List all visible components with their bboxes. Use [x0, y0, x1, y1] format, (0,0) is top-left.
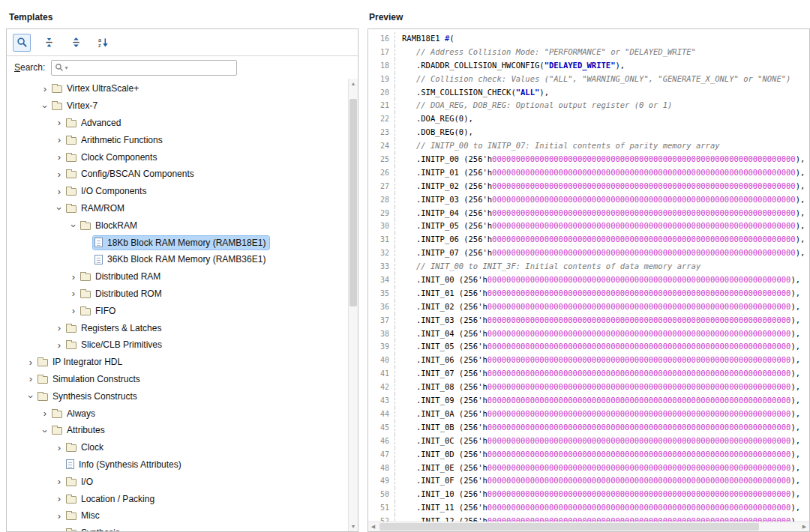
- expand-arrow-icon[interactable]: [54, 477, 64, 486]
- expand-arrow-icon[interactable]: [40, 408, 50, 418]
- preview-hscrollbar[interactable]: ◀ ▶: [368, 522, 809, 531]
- tree-item-virtex-ultrascale[interactable]: Virtex UltraScale+: [7, 80, 348, 97]
- tree-item-content[interactable]: Config/BSCAN Components: [64, 167, 198, 181]
- expand-arrow-icon[interactable]: [54, 443, 64, 453]
- search-input[interactable]: [68, 61, 236, 74]
- collapse-arrow-icon[interactable]: [54, 528, 64, 531]
- tree-item-attributes[interactable]: Attributes: [7, 422, 348, 439]
- tree-item-info-synthesis-attributes[interactable]: Info (Synthesis Attributes): [7, 456, 348, 474]
- tree-item-content[interactable]: Virtex-7: [50, 99, 101, 112]
- collapse-arrow-icon[interactable]: [40, 426, 50, 435]
- tree-item-slice-clb-primitives[interactable]: Slice/CLB Primitives: [7, 336, 348, 354]
- tree-item-content[interactable]: I/O: [64, 475, 97, 489]
- expand-arrow-icon[interactable]: [54, 118, 64, 127]
- collapse-arrow-icon[interactable]: [68, 220, 79, 230]
- tree-item-i-o[interactable]: I/O: [7, 473, 348, 490]
- tree-item-content[interactable]: Registers & Latches: [64, 321, 165, 335]
- tree-item-simulation-constructs[interactable]: Simulation Constructs: [7, 371, 348, 388]
- tree-item-content[interactable]: Advanced: [64, 116, 124, 130]
- tree-item-clock[interactable]: Clock: [7, 439, 348, 456]
- tree-item-fifo[interactable]: FIFO: [7, 302, 348, 319]
- expand-arrow-icon[interactable]: [54, 169, 64, 179]
- tree-item-content[interactable]: Misc: [64, 509, 104, 522]
- tree-item-content[interactable]: Clock: [64, 441, 107, 454]
- scroll-up-button[interactable]: ▲: [349, 79, 358, 88]
- expand-all-button[interactable]: [67, 34, 85, 52]
- tree-item-synthesis-constructs[interactable]: Synthesis Constructs: [7, 387, 348, 405]
- tree-item-always[interactable]: Always: [7, 405, 348, 422]
- scroll-track[interactable]: [349, 88, 358, 522]
- tree-item-content[interactable]: Distributed RAM: [79, 270, 164, 283]
- tree-item-arithmetic-functions[interactable]: Arithmetic Functions: [7, 131, 348, 148]
- tree-item-ram-rom[interactable]: RAM/ROM: [7, 200, 348, 217]
- tree-item-36kb-block-ram-memory-ramb36e1[interactable]: 36Kb Block RAM Memory (RAMB36E1): [7, 251, 348, 268]
- expand-arrow-icon[interactable]: [68, 288, 79, 298]
- tree-item-distributed-ram[interactable]: Distributed RAM: [7, 268, 348, 285]
- tree-item-synthesis[interactable]: Synthesis: [7, 525, 348, 531]
- tree-item-i-o-components[interactable]: I/O Components: [7, 183, 348, 200]
- expand-arrow-icon[interactable]: [26, 357, 36, 367]
- tree-item-label: Virtex UltraScale+: [67, 83, 139, 94]
- tree-item-blockram[interactable]: BlockRAM: [7, 217, 348, 234]
- tree-item-content[interactable]: Synthesis: [64, 526, 124, 531]
- tree-item-content[interactable]: FIFO: [79, 304, 119, 318]
- search-toggle-button[interactable]: [13, 34, 31, 52]
- tree-item-content[interactable]: Attributes: [50, 423, 109, 437]
- expand-arrow-icon[interactable]: [68, 306, 79, 315]
- tree-item-content[interactable]: 36Kb Block RAM Memory (RAMB36E1): [93, 253, 269, 266]
- tree-item-misc[interactable]: Misc: [7, 507, 348, 525]
- tree-item-18kb-block-ram-memory-ramb18e1[interactable]: 18Kb Block RAM Memory (RAMB18E1): [7, 234, 348, 251]
- collapse-arrow-icon[interactable]: [40, 101, 50, 111]
- tree-item-virtex-7[interactable]: Virtex-7: [7, 97, 348, 115]
- tree-item-content[interactable]: I/O Components: [64, 184, 150, 198]
- tree-item-selection[interactable]: 18Kb Block RAM Memory (RAMB18E1): [93, 236, 269, 250]
- search-field[interactable]: ▾: [51, 60, 237, 76]
- expand-arrow-icon[interactable]: [26, 374, 36, 384]
- scroll-thumb[interactable]: [350, 99, 357, 306]
- expand-arrow-icon[interactable]: [68, 272, 79, 282]
- code-text: .INITP_00 (256'h000000000000000000000000…: [402, 153, 805, 166]
- tree-item-ip-integrator-hdl[interactable]: IP Integrator HDL: [7, 354, 348, 371]
- folder-icon: [66, 325, 76, 333]
- tree-item-clock-components[interactable]: Clock Components: [7, 148, 348, 166]
- tree-item-distributed-rom[interactable]: Distributed ROM: [7, 285, 348, 303]
- tree-item-content[interactable]: Location / Packing: [64, 492, 158, 506]
- collapse-all-button[interactable]: [40, 34, 58, 52]
- expand-arrow-icon[interactable]: [54, 494, 64, 504]
- expand-arrow-icon[interactable]: [54, 511, 64, 521]
- tree-item-content[interactable]: Synthesis Constructs: [36, 390, 141, 403]
- expand-arrow-icon[interactable]: [54, 323, 64, 333]
- tree-item-content[interactable]: Slice/CLB Primitives: [64, 338, 166, 351]
- folder-icon: [66, 120, 76, 127]
- tree-item-advanced[interactable]: Advanced: [7, 115, 348, 132]
- tree-item-location-packing[interactable]: Location / Packing: [7, 490, 348, 507]
- tree-item-content[interactable]: Arithmetic Functions: [64, 133, 166, 147]
- tree-item-registers-latches[interactable]: Registers & Latches: [7, 319, 348, 336]
- tree-scrollbar[interactable]: ▲ ▼: [348, 79, 358, 531]
- code-text: .INIT_08 (256'h0000000000000000000000000…: [402, 381, 800, 394]
- collapse-arrow-icon[interactable]: [26, 391, 36, 401]
- expand-arrow-icon[interactable]: [54, 340, 64, 350]
- sort-button[interactable]: a z: [94, 34, 112, 52]
- scroll-thumb[interactable]: [380, 523, 759, 531]
- tree-item-content[interactable]: Always: [50, 407, 99, 420]
- tree-item-content[interactable]: Clock Components: [64, 151, 160, 164]
- collapse-arrow-icon[interactable]: [54, 203, 64, 213]
- expand-arrow-icon[interactable]: [40, 84, 50, 94]
- expand-arrow-icon[interactable]: [54, 187, 64, 196]
- tree-item-config-bscan-components[interactable]: Config/BSCAN Components: [7, 166, 348, 183]
- tree-item-content[interactable]: RAM/ROM: [64, 202, 128, 215]
- scroll-down-button[interactable]: ▼: [349, 522, 358, 531]
- tree-item-content[interactable]: Simulation Constructs: [36, 372, 144, 386]
- tree-item-content[interactable]: Info (Synthesis Attributes): [64, 458, 185, 471]
- scroll-left-button[interactable]: ◀: [368, 522, 378, 531]
- tree-item-content[interactable]: BlockRAM: [79, 219, 141, 232]
- tree-item-content[interactable]: Distributed ROM: [79, 287, 166, 300]
- expand-arrow-icon[interactable]: [54, 135, 64, 145]
- scroll-right-button[interactable]: ▶: [800, 522, 809, 531]
- tree-item-content[interactable]: Virtex UltraScale+: [50, 82, 142, 95]
- code-text: .INIT_11 (256'h0000000000000000000000000…: [402, 501, 800, 515]
- tree-item-content[interactable]: IP Integrator HDL: [36, 355, 126, 369]
- expand-arrow-icon[interactable]: [54, 152, 64, 162]
- scroll-track[interactable]: [378, 522, 800, 531]
